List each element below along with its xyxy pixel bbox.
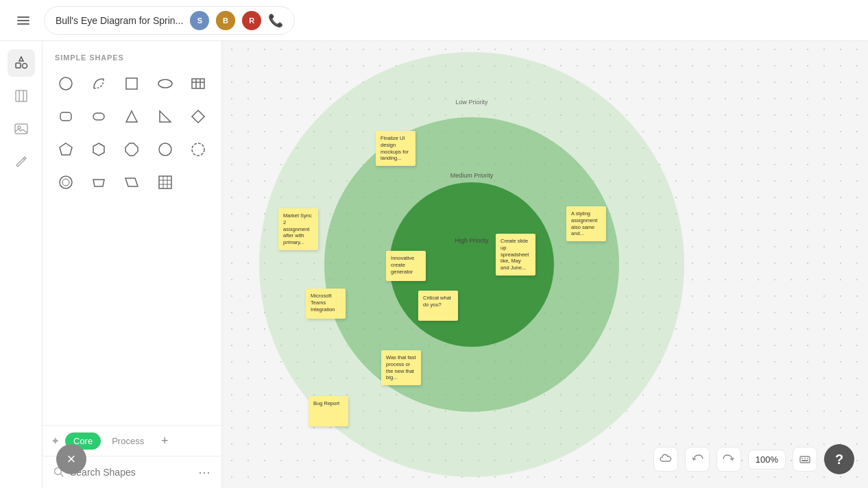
menu-button[interactable]	[11, 8, 36, 33]
bulls-eye-container: Low Priority Medium Priority High Priori…	[259, 52, 684, 477]
low-priority-label: Low Priority	[456, 99, 488, 106]
shapes-sidebar-icon[interactable]	[8, 49, 35, 77]
zoom-level[interactable]: 100%	[748, 450, 786, 469]
grid-shape[interactable]	[150, 167, 180, 197]
pentagon-shape[interactable]	[51, 134, 81, 164]
table-shape[interactable]	[183, 69, 213, 99]
svg-point-12	[60, 77, 72, 90]
circle2-shape[interactable]	[150, 134, 180, 164]
phone-icon[interactable]: 📞	[268, 13, 283, 28]
svg-point-24	[159, 143, 171, 156]
cloud-sync-button[interactable]	[653, 447, 678, 472]
svg-rect-15	[192, 79, 204, 88]
square-shape[interactable]	[117, 69, 147, 99]
svg-point-26	[60, 176, 72, 188]
shapes-grid	[43, 69, 221, 197]
svg-marker-22	[93, 143, 104, 156]
svg-rect-1	[17, 20, 29, 21]
svg-rect-13	[126, 78, 137, 89]
svg-rect-5	[16, 63, 21, 68]
circle4-shape[interactable]	[51, 167, 81, 197]
trapezoid-shape[interactable]	[84, 167, 114, 197]
shapes-panel: SIMPLE SHAPES	[43, 41, 222, 488]
redo-button[interactable]	[716, 447, 741, 472]
sticky-note-5[interactable]: Create slide up spreadsheet like, May an…	[496, 234, 535, 276]
star-icon: ✦	[51, 435, 60, 448]
ellipse-shape[interactable]	[150, 69, 180, 99]
process-tab[interactable]: Process	[104, 432, 152, 450]
svg-rect-35	[800, 456, 810, 463]
svg-point-14	[158, 80, 172, 88]
sticky-note-7[interactable]: Critical what do you?	[418, 291, 458, 321]
help-button[interactable]: ?	[824, 444, 854, 474]
circle3-shape[interactable]	[183, 134, 213, 164]
avatar-s: S	[190, 11, 209, 30]
svg-text:B: B	[223, 16, 228, 25]
bulls-eye-diagram: Low Priority Medium Priority High Priori…	[259, 52, 684, 477]
svg-rect-7	[16, 90, 27, 101]
sticky-note-8[interactable]: Was that fast process or the new that bi…	[381, 350, 421, 385]
svg-point-6	[22, 64, 27, 69]
sticky-note-3[interactable]: A styling assignment also same and...	[566, 206, 606, 241]
draw-sidebar-icon[interactable]	[8, 148, 35, 175]
sticky-note-1[interactable]: Finalize UI design mockups for landing..…	[376, 131, 415, 166]
undo-button[interactable]	[685, 447, 710, 472]
svg-point-27	[62, 179, 69, 186]
arc-shape[interactable]	[84, 69, 114, 99]
triangle-shape[interactable]	[117, 101, 147, 132]
svg-line-34	[61, 474, 64, 477]
svg-marker-21	[60, 143, 72, 155]
right-triangle-shape[interactable]	[150, 101, 180, 132]
sticky-note-4[interactable]: Innovative create generator	[386, 251, 426, 281]
svg-rect-2	[17, 23, 29, 25]
hexagon-shape[interactable]	[84, 134, 114, 164]
keyboard-shortcuts-button[interactable]	[793, 447, 817, 472]
bottom-controls: 100% ?	[653, 444, 854, 474]
svg-rect-20	[93, 113, 104, 120]
stadium-shape[interactable]	[84, 101, 114, 132]
search-input[interactable]	[70, 467, 193, 478]
octagon-shape[interactable]	[117, 134, 147, 164]
svg-rect-28	[159, 176, 171, 188]
frame-sidebar-icon[interactable]	[8, 82, 35, 110]
shapes-section-title: SIMPLE SHAPES	[43, 41, 221, 69]
close-fab-button[interactable]: ×	[56, 444, 86, 474]
parallelogram-shape[interactable]	[117, 167, 147, 197]
high-priority-label: High Priority	[455, 237, 489, 244]
svg-rect-0	[17, 16, 29, 18]
sticky-note-6[interactable]: Microsoft Teams Integration	[306, 289, 346, 319]
svg-rect-19	[60, 112, 71, 121]
avatar-r: R	[242, 11, 261, 30]
sticky-note-2[interactable]: Market Sync 2 assignment after with prim…	[278, 208, 318, 250]
avatar-b: B	[216, 11, 235, 30]
add-tab-button[interactable]: +	[155, 431, 174, 450]
svg-point-25	[192, 143, 204, 156]
header: Bull's Eye Diagram for Sprin... S B R 📞	[0, 0, 868, 41]
circle-shape[interactable]	[51, 69, 81, 99]
diamond-shape[interactable]	[183, 101, 213, 132]
document-title: Bull's Eye Diagram for Sprin...	[56, 15, 183, 26]
sticky-note-9[interactable]: Bug Report	[309, 396, 348, 426]
image-sidebar-icon[interactable]	[8, 115, 35, 143]
medium-priority-label: Medium Priority	[450, 172, 494, 179]
search-more-button[interactable]: ⋯	[198, 465, 210, 480]
rounded-rect-shape[interactable]	[51, 101, 81, 132]
svg-marker-23	[125, 143, 138, 156]
left-sidebar	[0, 41, 43, 488]
title-pill[interactable]: Bull's Eye Diagram for Sprin... S B R 📞	[44, 6, 295, 35]
